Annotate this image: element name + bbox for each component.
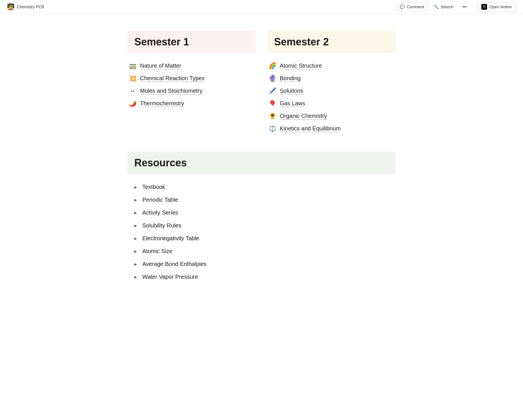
course-emoji: 💥 bbox=[129, 75, 137, 82]
resource-label: Water Vapor Pressure bbox=[142, 274, 198, 280]
resource-label: Periodic Table bbox=[142, 197, 178, 203]
course-label: Organic Chemistry bbox=[280, 113, 327, 120]
expand-arrow-icon: ▶ bbox=[134, 224, 138, 228]
search-icon: 🔍 bbox=[433, 4, 439, 9]
course-label: Thermochemistry bbox=[140, 100, 184, 107]
semester2-title: Semester 2 bbox=[274, 36, 389, 48]
resource-item[interactable]: ▶Periodic Table bbox=[132, 194, 396, 206]
semester2-item[interactable]: 🌻Organic Chemistry bbox=[267, 110, 396, 122]
course-emoji: 🌶️ bbox=[129, 100, 137, 107]
search-button[interactable]: 🔍 Search bbox=[430, 3, 457, 11]
topbar-divider bbox=[473, 3, 474, 10]
expand-arrow-icon: ▶ bbox=[134, 275, 138, 279]
more-button[interactable]: ••• bbox=[459, 3, 470, 11]
course-label: Nature of Matter bbox=[140, 62, 181, 69]
resource-item[interactable]: ▶Activity Series bbox=[132, 207, 396, 219]
course-label: Atomic Structure bbox=[280, 62, 322, 69]
course-emoji: 🎈 bbox=[268, 100, 276, 107]
comment-icon: 💬 bbox=[400, 4, 405, 9]
resource-item[interactable]: ▶Solubility Rules bbox=[132, 219, 396, 232]
resources-header: Resources bbox=[127, 152, 396, 174]
semester1-header: Semester 1 bbox=[127, 31, 256, 53]
course-label: Moles and Stoichiometry bbox=[140, 88, 202, 94]
semester1-title: Semester 1 bbox=[134, 36, 249, 48]
resource-label: Average Bond Enthalpies bbox=[142, 261, 206, 267]
expand-arrow-icon: ▶ bbox=[134, 237, 138, 241]
semester2-item[interactable]: ⚖️Kinetics and Equilibrium bbox=[267, 123, 396, 135]
semester1-item[interactable]: 🌶️Thermochemistry bbox=[127, 98, 256, 110]
resource-label: Textbook bbox=[142, 184, 165, 190]
semester2-header: Semester 2 bbox=[267, 31, 396, 53]
course-label: Chemical Reaction Types bbox=[140, 75, 204, 82]
course-emoji: ↔️ bbox=[129, 87, 137, 95]
topbar-actions: 💬 Comment 🔍 Search ••• N Open Notion bbox=[396, 2, 516, 11]
semester1-item[interactable]: 🚃Nature of Matter bbox=[127, 60, 256, 72]
comment-button[interactable]: 💬 Comment bbox=[396, 3, 428, 11]
resource-label: Electronegativity Table bbox=[142, 235, 199, 242]
resource-label: Solubility Rules bbox=[142, 222, 181, 229]
semester2-item[interactable]: 🖊️Solutions bbox=[267, 85, 396, 97]
semester2-item[interactable]: 🎈Gas Laws bbox=[267, 98, 396, 110]
course-label: Gas Laws bbox=[280, 100, 305, 107]
notion-logo-icon: N bbox=[481, 4, 487, 10]
semester2-list: 🌈Atomic Structure🔮Bonding🖊️Solutions🎈Gas… bbox=[267, 60, 396, 135]
course-emoji: 🖊️ bbox=[268, 87, 276, 95]
app-logo-icon: 🧑‍🏫 bbox=[7, 3, 15, 11]
course-label: Bonding bbox=[280, 75, 301, 82]
expand-arrow-icon: ▶ bbox=[134, 249, 138, 253]
resources-section: Resources ▶Textbook▶Periodic Table▶Activ… bbox=[127, 152, 396, 283]
semester2-item[interactable]: 🌈Atomic Structure bbox=[267, 60, 396, 72]
expand-arrow-icon: ▶ bbox=[134, 262, 138, 266]
semester1-list: 🚃Nature of Matter💥Chemical Reaction Type… bbox=[127, 60, 256, 110]
semester2-item[interactable]: 🔮Bonding bbox=[267, 72, 396, 84]
comment-label: Comment bbox=[407, 5, 424, 9]
semester1-column: Semester 1 🚃Nature of Matter💥Chemical Re… bbox=[127, 31, 256, 135]
course-emoji: 🌈 bbox=[268, 62, 276, 70]
resource-item[interactable]: ▶Average Bond Enthalpies bbox=[132, 258, 396, 270]
course-emoji: ⚖️ bbox=[268, 125, 276, 132]
resources-title: Resources bbox=[134, 157, 389, 169]
resource-label: Atomic Size bbox=[142, 248, 173, 255]
course-label: Solutions bbox=[280, 88, 303, 94]
main-content: Semester 1 🚃Nature of Matter💥Chemical Re… bbox=[105, 14, 418, 300]
semester1-item[interactable]: ↔️Moles and Stoichiometry bbox=[127, 85, 256, 97]
course-label: Kinetics and Equilibrium bbox=[280, 125, 340, 132]
topbar: 🧑‍🏫 Chemistry PCB 💬 Comment 🔍 Search •••… bbox=[0, 0, 523, 14]
resource-label: Activity Series bbox=[142, 209, 178, 216]
more-icon: ••• bbox=[463, 5, 467, 9]
resource-item[interactable]: ▶Electronegativity Table bbox=[132, 232, 396, 245]
expand-arrow-icon: ▶ bbox=[134, 185, 138, 189]
course-emoji: 🌻 bbox=[268, 112, 276, 120]
expand-arrow-icon: ▶ bbox=[134, 211, 138, 215]
course-emoji: 🚃 bbox=[129, 62, 137, 70]
semester1-item[interactable]: 💥Chemical Reaction Types bbox=[127, 72, 256, 84]
expand-arrow-icon: ▶ bbox=[134, 198, 138, 202]
resources-list: ▶Textbook▶Periodic Table▶Activity Series… bbox=[127, 181, 396, 283]
app-title: Chemistry PCB bbox=[17, 5, 44, 9]
resource-item[interactable]: ▶Atomic Size bbox=[132, 245, 396, 257]
open-notion-label: Open Notion bbox=[489, 5, 512, 9]
semesters-section: Semester 1 🚃Nature of Matter💥Chemical Re… bbox=[127, 31, 396, 135]
resource-item[interactable]: ▶Textbook bbox=[132, 181, 396, 193]
resource-item[interactable]: ▶Water Vapor Pressure bbox=[132, 271, 396, 283]
open-notion-button[interactable]: N Open Notion bbox=[477, 2, 516, 11]
semester2-column: Semester 2 🌈Atomic Structure🔮Bonding🖊️So… bbox=[267, 31, 396, 135]
topbar-title-area: 🧑‍🏫 Chemistry PCB bbox=[7, 3, 44, 11]
course-emoji: 🔮 bbox=[268, 75, 276, 82]
search-label: Search bbox=[441, 5, 453, 9]
